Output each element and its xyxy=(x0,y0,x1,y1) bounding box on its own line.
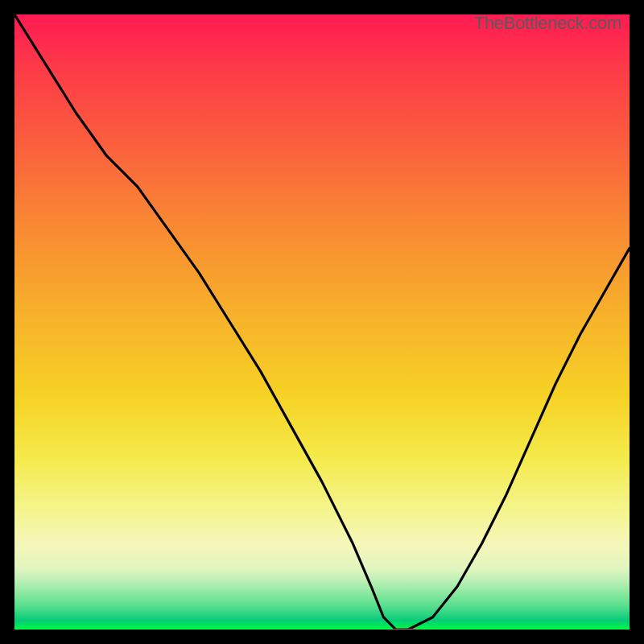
chart-area: TheBottleneck.com xyxy=(12,12,632,632)
watermark-text: TheBottleneck.com xyxy=(474,13,621,34)
curve-layer xyxy=(14,14,630,630)
optimal-marker xyxy=(390,629,420,632)
bottleneck-curve xyxy=(14,14,630,630)
